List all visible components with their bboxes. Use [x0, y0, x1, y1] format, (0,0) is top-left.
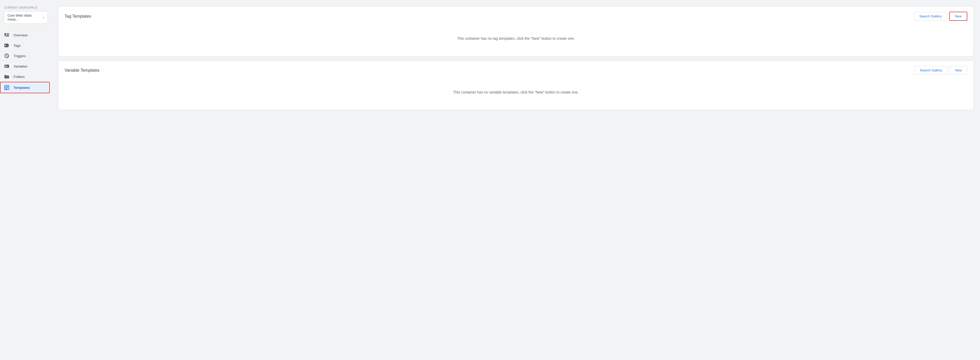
- sidebar-item-triggers[interactable]: Triggers: [0, 51, 50, 61]
- workspace-name: Core Web Vitals meas...: [8, 13, 43, 21]
- sidebar-nav: Overview Tags Triggers: [0, 30, 52, 93]
- sidebar-item-tags-label: Tags: [13, 44, 21, 48]
- variable-templates-title: Variable Templates: [65, 68, 100, 73]
- sidebar-item-variables[interactable]: Variables: [0, 61, 50, 72]
- templates-icon: [4, 85, 10, 90]
- tag-templates-actions: Search Gallery New: [914, 12, 967, 21]
- svg-rect-2: [7, 35, 9, 35]
- sidebar-item-triggers-label: Triggers: [13, 54, 25, 58]
- variable-templates-actions: Search Gallery New: [915, 66, 967, 75]
- tag-templates-header: Tag Templates Search Gallery New: [65, 12, 967, 21]
- sidebar: CURRENT WORKSPACE Core Web Vitals meas..…: [0, 0, 52, 360]
- sidebar-item-overview-label: Overview: [13, 33, 27, 37]
- workspace-section: CURRENT WORKSPACE Core Web Vitals meas..…: [0, 4, 52, 28]
- svg-rect-1: [7, 33, 9, 34]
- tag-search-gallery-button[interactable]: Search Gallery: [914, 12, 947, 21]
- tag-templates-empty-message: This container has no tag templates, cli…: [65, 21, 967, 51]
- sidebar-item-variables-label: Variables: [13, 64, 27, 68]
- variable-search-gallery-button[interactable]: Search Gallery: [915, 66, 948, 75]
- svg-rect-10: [5, 65, 9, 68]
- variable-templates-header: Variable Templates Search Gallery New: [65, 66, 967, 75]
- tag-templates-title: Tag Templates: [65, 14, 91, 19]
- overview-icon: [4, 32, 10, 38]
- svg-rect-12: [5, 67, 8, 67]
- sidebar-item-folders-label: Folders: [13, 75, 25, 79]
- workspace-selector[interactable]: Core Web Vitals meas... ›: [4, 11, 48, 24]
- svg-rect-3: [5, 35, 9, 36]
- sidebar-item-overview[interactable]: Overview: [0, 30, 50, 40]
- tag-new-button[interactable]: New: [949, 12, 967, 21]
- main-content: Tag Templates Search Gallery New This co…: [52, 0, 980, 360]
- svg-marker-5: [8, 44, 9, 47]
- svg-rect-0: [5, 33, 6, 35]
- sidebar-item-folders[interactable]: Folders: [0, 72, 50, 82]
- svg-rect-11: [5, 66, 6, 66]
- sidebar-item-templates[interactable]: Templates: [0, 82, 50, 93]
- svg-point-6: [5, 45, 6, 46]
- sidebar-item-templates-label: Templates: [13, 86, 30, 90]
- tag-templates-card: Tag Templates Search Gallery New This co…: [58, 6, 974, 56]
- sidebar-item-tags[interactable]: Tags: [0, 40, 50, 51]
- tags-icon: [4, 43, 10, 48]
- variable-new-button[interactable]: New: [950, 66, 967, 75]
- variables-icon: [4, 64, 10, 69]
- variable-templates-empty-message: This container has no variable templates…: [65, 75, 967, 105]
- triggers-icon: [4, 53, 10, 58]
- variable-templates-card: Variable Templates Search Gallery New Th…: [58, 61, 974, 110]
- chevron-right-icon: ›: [43, 15, 45, 19]
- svg-line-9: [7, 56, 8, 57]
- folders-icon: [4, 74, 10, 79]
- workspace-label: CURRENT WORKSPACE: [4, 6, 48, 9]
